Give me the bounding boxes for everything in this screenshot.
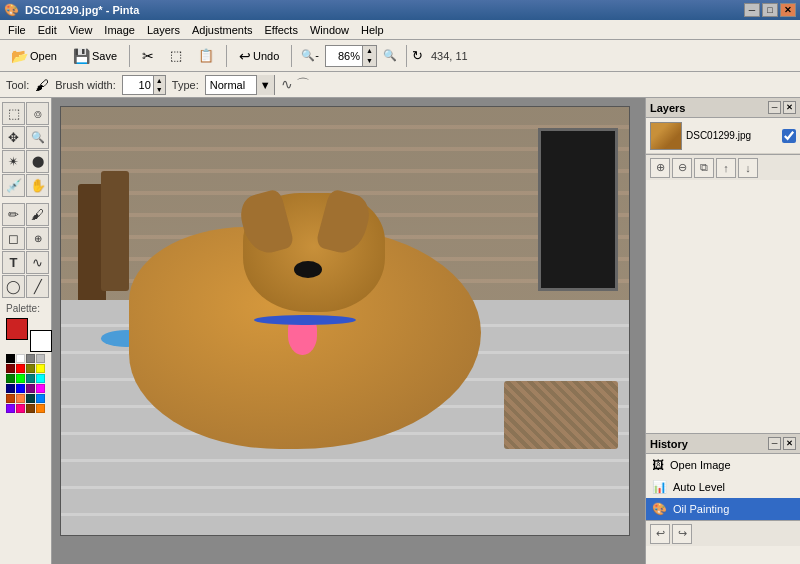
remove-layer-button[interactable]: ⊖ — [672, 158, 692, 178]
menu-item-help[interactable]: Help — [355, 22, 390, 38]
palette-swatch-9[interactable] — [16, 374, 25, 383]
type-select[interactable]: Normal ▼ — [205, 75, 275, 95]
history-undo-button[interactable]: ↩ — [650, 524, 670, 544]
tool-row-3: ✴ ⬤ — [2, 150, 49, 173]
menu-item-image[interactable]: Image — [98, 22, 141, 38]
palette-swatch-2[interactable] — [26, 354, 35, 363]
menu-item-layers[interactable]: Layers — [141, 22, 186, 38]
move-layer-up-button[interactable]: ↑ — [716, 158, 736, 178]
palette-swatch-0[interactable] — [6, 354, 15, 363]
layer-visibility-checkbox[interactable] — [782, 129, 796, 143]
zoom-up-arrow[interactable]: ▲ — [363, 46, 376, 56]
history-item-oilpaint[interactable]: 🎨 Oil Painting — [646, 498, 800, 520]
zoom-input[interactable] — [326, 46, 362, 66]
zoom-in-button[interactable]: 🔍 — [379, 43, 401, 69]
layers-panel: Layers ─ ✕ DSC01299.jpg ⊕ ⊖ ⧉ ↑ ↓ — [646, 98, 800, 434]
color-picker-tool[interactable]: 💉 — [2, 174, 25, 197]
menu-item-view[interactable]: View — [63, 22, 99, 38]
paint-bucket-tool[interactable]: ⬤ — [26, 150, 49, 173]
palette-swatch-16[interactable] — [6, 394, 15, 403]
palette-swatch-12[interactable] — [6, 384, 15, 393]
layers-header-controls: ─ ✕ — [768, 101, 796, 114]
paste-button[interactable]: 📋 — [191, 43, 221, 69]
palette-swatch-13[interactable] — [16, 384, 25, 393]
palette-swatch-18[interactable] — [26, 394, 35, 403]
eraser-tool[interactable]: ◻ — [2, 227, 25, 250]
palette-swatch-10[interactable] — [26, 374, 35, 383]
palette-swatch-20[interactable] — [6, 404, 15, 413]
layers-title: Layers — [650, 102, 685, 114]
undo-button[interactable]: ↩ Undo — [232, 43, 286, 69]
menu-item-effects[interactable]: Effects — [259, 22, 304, 38]
brush-width-up[interactable]: ▲ — [154, 76, 165, 85]
background-color-box[interactable] — [30, 330, 52, 352]
palette-swatch-5[interactable] — [16, 364, 25, 373]
shapes-tool[interactable]: ◯ — [2, 275, 25, 298]
menu-item-adjustments[interactable]: Adjustments — [186, 22, 259, 38]
history-autolevel-label: Auto Level — [673, 481, 725, 493]
palette-swatch-21[interactable] — [16, 404, 25, 413]
tool-label: Tool: — [6, 79, 29, 91]
clone-tool[interactable]: ⊕ — [26, 227, 49, 250]
minimize-button[interactable]: ─ — [744, 3, 760, 17]
copy-button[interactable]: ⬚ — [163, 43, 189, 69]
palette-swatch-23[interactable] — [36, 404, 45, 413]
history-open-icon: 🖼 — [652, 458, 664, 472]
duplicate-layer-button[interactable]: ⧉ — [694, 158, 714, 178]
palette-swatch-22[interactable] — [26, 404, 35, 413]
palette-section: Palette: — [2, 299, 49, 417]
canvas-area[interactable] — [52, 98, 645, 564]
line-tool[interactable]: ╱ — [26, 275, 49, 298]
dark-window — [538, 128, 618, 291]
curve-tool[interactable]: ∿ — [26, 251, 49, 274]
add-layer-button[interactable]: ⊕ — [650, 158, 670, 178]
menu-item-window[interactable]: Window — [304, 22, 355, 38]
history-close-btn[interactable]: ✕ — [783, 437, 796, 450]
palette-swatch-17[interactable] — [16, 394, 25, 403]
palette-swatch-3[interactable] — [36, 354, 45, 363]
palette-swatch-8[interactable] — [6, 374, 15, 383]
palette-swatch-15[interactable] — [36, 384, 45, 393]
menu-item-edit[interactable]: Edit — [32, 22, 63, 38]
save-button[interactable]: 💾 Save — [66, 43, 124, 69]
pencil-tool[interactable]: ✏ — [2, 203, 25, 226]
tool-options-bar: Tool: 🖌 Brush width: ▲ ▼ Type: Normal ▼ … — [0, 72, 800, 98]
history-item-autolevel[interactable]: 📊 Auto Level — [646, 476, 800, 498]
history-redo-button[interactable]: ↪ — [672, 524, 692, 544]
foreground-color-box[interactable] — [6, 318, 28, 340]
canvas-image[interactable] — [60, 106, 630, 536]
layers-close-btn[interactable]: ✕ — [783, 101, 796, 114]
paintbrush-tool[interactable]: 🖌 — [26, 203, 49, 226]
color-preview — [6, 318, 52, 352]
hand-tool[interactable]: ✋ — [26, 174, 49, 197]
zoom-in-icon: 🔍 — [383, 49, 397, 62]
menu-item-file[interactable]: File — [2, 22, 32, 38]
lasso-select-tool[interactable]: ⌾ — [26, 102, 49, 125]
move-tool[interactable]: ✥ — [2, 126, 25, 149]
brush-width-input[interactable] — [123, 76, 153, 94]
palette-swatch-14[interactable] — [26, 384, 35, 393]
palette-swatch-7[interactable] — [36, 364, 45, 373]
palette-swatch-6[interactable] — [26, 364, 35, 373]
rectangle-select-tool[interactable]: ⬚ — [2, 102, 25, 125]
type-dropdown-arrow[interactable]: ▼ — [256, 75, 274, 95]
palette-swatch-4[interactable] — [6, 364, 15, 373]
maximize-button[interactable]: □ — [762, 3, 778, 17]
palette-swatch-11[interactable] — [36, 374, 45, 383]
layer-item[interactable]: DSC01299.jpg — [646, 118, 800, 154]
text-tool[interactable]: T — [2, 251, 25, 274]
open-button[interactable]: 📂 Open — [4, 43, 64, 69]
history-minimize-btn[interactable]: ─ — [768, 437, 781, 450]
zoom-tool[interactable]: 🔍 — [26, 126, 49, 149]
zoom-down-arrow[interactable]: ▼ — [363, 56, 376, 66]
palette-swatch-1[interactable] — [16, 354, 25, 363]
move-layer-down-button[interactable]: ↓ — [738, 158, 758, 178]
close-button[interactable]: ✕ — [780, 3, 796, 17]
layers-minimize-btn[interactable]: ─ — [768, 101, 781, 114]
brush-width-down[interactable]: ▼ — [154, 85, 165, 94]
palette-swatch-19[interactable] — [36, 394, 45, 403]
zoom-out-button[interactable]: 🔍- — [297, 43, 323, 69]
history-item-open[interactable]: 🖼 Open Image — [646, 454, 800, 476]
magic-wand-tool[interactable]: ✴ — [2, 150, 25, 173]
cut-button[interactable]: ✂ — [135, 43, 161, 69]
